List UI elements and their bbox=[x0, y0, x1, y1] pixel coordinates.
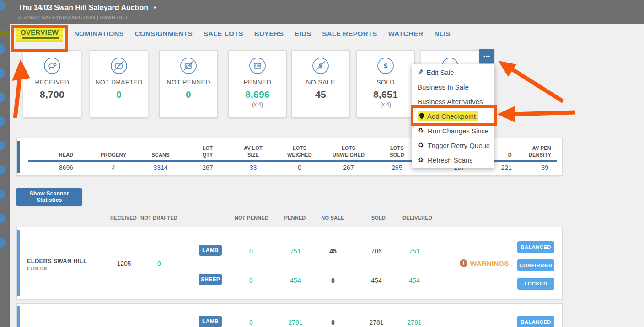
business-name: ELDERS SWAN HILL bbox=[27, 258, 87, 264]
business-row-elders: ELDERS SWAN HILL ELDERS 1205 0 LAMB 0 75… bbox=[16, 227, 563, 299]
stat-subvalue: (x 4) bbox=[229, 101, 286, 108]
status-badge-balanced[interactable]: BALANCED bbox=[517, 241, 554, 253]
not-penned-value: 0 bbox=[237, 319, 265, 326]
delivered-value: 454 bbox=[401, 277, 428, 284]
stat-value: 0 bbox=[160, 89, 217, 100]
stat-value: 45 bbox=[292, 89, 349, 100]
summary-value: 3314 bbox=[137, 164, 184, 171]
stat-card-sold: $ SOLD 8,651 (x 4) bbox=[356, 50, 415, 118]
summary-value: 0 bbox=[275, 164, 324, 171]
not-drafted-icon bbox=[110, 57, 128, 74]
status-badge-locked[interactable]: LOCKED bbox=[517, 278, 554, 290]
stat-value: 8,651 bbox=[357, 89, 414, 100]
menu-item-business-in-sale[interactable]: Business In Sale bbox=[412, 79, 494, 94]
no-sale-value: 0 bbox=[319, 319, 347, 326]
tab-watcher[interactable]: WATCHER bbox=[388, 30, 424, 37]
menu-item-run-changes-since[interactable]: ♻ Run Changes Since bbox=[412, 123, 494, 138]
menu-highlight: Add Checkpoint bbox=[418, 111, 478, 121]
menu-item-label: Run Changes Since bbox=[428, 127, 488, 135]
menu-item-label: Business Alternatives bbox=[418, 98, 483, 105]
tab-buyers[interactable]: BUYERS bbox=[254, 30, 284, 37]
tab-sale-lots[interactable]: SALE LOTS bbox=[204, 30, 243, 37]
received-value: 1205 bbox=[110, 260, 138, 267]
tab-nlis[interactable]: NLIS bbox=[434, 30, 450, 37]
warning-label: WARNINGS bbox=[470, 259, 509, 267]
stat-subvalue: (x 4) bbox=[357, 101, 414, 108]
menu-item-trigger-retry-queue[interactable]: ♻ Trigger Retry Queue bbox=[412, 138, 494, 153]
highlight-overflow-strip bbox=[0, 31, 10, 36]
stat-card-not-penned: NOT PENNED 0 bbox=[159, 50, 218, 118]
menu-item-edit-sale[interactable]: ✎ Edit Sale bbox=[412, 65, 494, 79]
chevron-down-icon: ▼ bbox=[153, 5, 157, 10]
status-badge-confirmed[interactable]: CONFIRMED bbox=[517, 259, 554, 271]
stat-label: NO SALE bbox=[292, 79, 349, 86]
species-badge-lamb: LAMB bbox=[199, 245, 222, 256]
biz-header-penned: PENNED bbox=[279, 215, 311, 221]
penned-value: 454 bbox=[282, 277, 309, 284]
tab-bar: OVERVIEW NOMINATIONS CONSIGNMENTS SALE L… bbox=[10, 24, 644, 43]
summary-value: 8696 bbox=[42, 164, 90, 171]
warnings-indicator[interactable]: ! WARNINGS bbox=[460, 259, 509, 267]
stat-label: SOLD bbox=[357, 79, 414, 86]
sale-subtitle: S-27951: SALEYARD AUCTION | SWAN HILL bbox=[18, 15, 129, 20]
stat-card-received: RECEIVED 8,700 bbox=[23, 50, 81, 118]
delivered-value: 2781 bbox=[401, 319, 428, 326]
no-sale-value: 45 bbox=[319, 248, 347, 255]
recycle-icon: ♻ bbox=[418, 156, 428, 164]
penned-value: 751 bbox=[282, 248, 309, 255]
summary-col-header: LOTS WEIGHED bbox=[275, 141, 324, 158]
menu-item-add-checkpoint[interactable]: Add Checkpoint bbox=[412, 109, 494, 123]
summary-col-header: LOTS UNWEIGHED bbox=[324, 141, 373, 158]
biz-header-not-penned: NOT PENNED bbox=[231, 215, 272, 221]
pin-icon bbox=[419, 113, 424, 120]
sold-value: 454 bbox=[363, 277, 390, 284]
summary-value: 267 bbox=[324, 164, 373, 171]
stat-label: RECEIVED bbox=[23, 79, 81, 86]
business-agency: ELDERS bbox=[27, 266, 47, 271]
sold-value: 706 bbox=[363, 248, 390, 255]
summary-value: 33 bbox=[231, 164, 275, 171]
not-penned-value: 0 bbox=[237, 277, 265, 284]
row-accent-bar bbox=[17, 306, 20, 327]
menu-item-refresh-scans[interactable]: ♻ Refresh Scans bbox=[412, 153, 494, 167]
stat-label: NOT PENNED bbox=[160, 79, 217, 86]
tab-sale-reports[interactable]: SALE REPORTS bbox=[322, 30, 377, 37]
tab-eids[interactable]: EIDS bbox=[295, 30, 311, 37]
stat-value: 8,696 bbox=[229, 89, 286, 100]
summary-value: 267 bbox=[184, 164, 231, 171]
stat-card-penned: PENNED 8,696 (x 4) bbox=[228, 50, 287, 118]
summary-value: 4 bbox=[90, 164, 137, 171]
stat-value: 0 bbox=[90, 89, 148, 100]
stat-card-not-drafted: NOT DRAFTED 0 bbox=[90, 50, 148, 118]
not-penned-icon bbox=[180, 57, 197, 74]
summary-col-header: SCANS bbox=[137, 141, 184, 158]
recycle-icon: ♻ bbox=[418, 127, 428, 135]
no-sale-icon: $ bbox=[312, 57, 329, 74]
summary-value: 39 bbox=[515, 164, 562, 171]
penned-value: 2781 bbox=[282, 319, 309, 326]
status-badge-balanced[interactable]: BALANCED bbox=[517, 316, 554, 327]
summary-col-header: PROGENY bbox=[90, 141, 137, 158]
menu-item-label: Edit Sale bbox=[427, 69, 454, 76]
biz-header-not-drafted: NOT DRAFTED bbox=[137, 215, 181, 221]
svg-text:$: $ bbox=[383, 62, 388, 69]
tab-consignments[interactable]: CONSIGNMENTS bbox=[135, 30, 193, 37]
not-penned-value: 0 bbox=[237, 248, 265, 255]
sale-title: Thu 14/03 Swan Hill Saleyard Auction bbox=[18, 4, 148, 12]
menu-item-label: Trigger Retry Queue bbox=[428, 142, 490, 149]
summary-col-header: LOT QTY bbox=[184, 141, 231, 158]
menu-item-business-alternatives[interactable]: Business Alternatives bbox=[412, 94, 494, 109]
tab-nominations[interactable]: NOMINATIONS bbox=[74, 30, 124, 37]
show-scanner-statistics-button[interactable]: Show Scanner Statistics bbox=[16, 188, 82, 206]
warning-icon: ! bbox=[460, 259, 467, 267]
tab-overview[interactable]: OVERVIEW bbox=[16, 25, 63, 42]
more-actions-button[interactable]: ••• bbox=[479, 49, 494, 63]
no-sale-value: 0 bbox=[319, 277, 347, 284]
menu-item-label: Refresh Scans bbox=[428, 156, 472, 164]
stat-label: PENNED bbox=[229, 79, 286, 86]
sale-title-dropdown[interactable]: Thu 14/03 Swan Hill Saleyard Auction ▼ bbox=[18, 4, 157, 12]
menu-item-label: Business In Sale bbox=[418, 83, 469, 91]
biz-header-no-sale: NO SALE bbox=[316, 215, 350, 221]
summary-col-header: AV LOT SIZE bbox=[231, 141, 275, 158]
stat-card-no-sale: $ NO SALE 45 bbox=[291, 50, 350, 118]
